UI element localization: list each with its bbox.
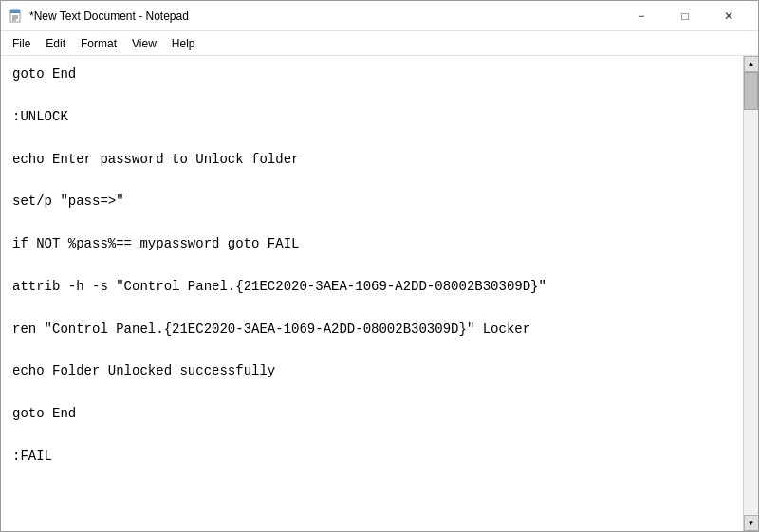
app-icon [9,9,24,24]
notepad-window: *New Text Document - Notepad − □ ✕ File … [0,0,759,532]
menu-edit[interactable]: Edit [38,33,73,54]
menu-bar: File Edit Format View Help [1,31,758,56]
scrollbar-thumb-area [744,72,758,515]
maximize-button[interactable]: □ [663,1,707,31]
editor-area: goto End :UNLOCK echo Enter password to … [1,56,758,531]
close-button[interactable]: ✕ [707,1,750,31]
svg-rect-1 [10,10,20,13]
scroll-down-arrow[interactable]: ▼ [744,515,759,531]
vertical-scrollbar[interactable]: ▲ ▼ [743,56,758,531]
menu-help[interactable]: Help [164,33,203,54]
window-controls: − □ ✕ [620,1,750,31]
scrollbar-thumb[interactable] [744,72,758,110]
title-bar: *New Text Document - Notepad − □ ✕ [1,1,758,31]
minimize-button[interactable]: − [620,1,663,31]
menu-format[interactable]: Format [73,33,124,54]
menu-file[interactable]: File [5,33,38,54]
text-editor[interactable]: goto End :UNLOCK echo Enter password to … [1,56,743,531]
menu-view[interactable]: View [124,33,164,54]
scroll-up-arrow[interactable]: ▲ [744,56,759,72]
window-title: *New Text Document - Notepad [29,9,620,23]
